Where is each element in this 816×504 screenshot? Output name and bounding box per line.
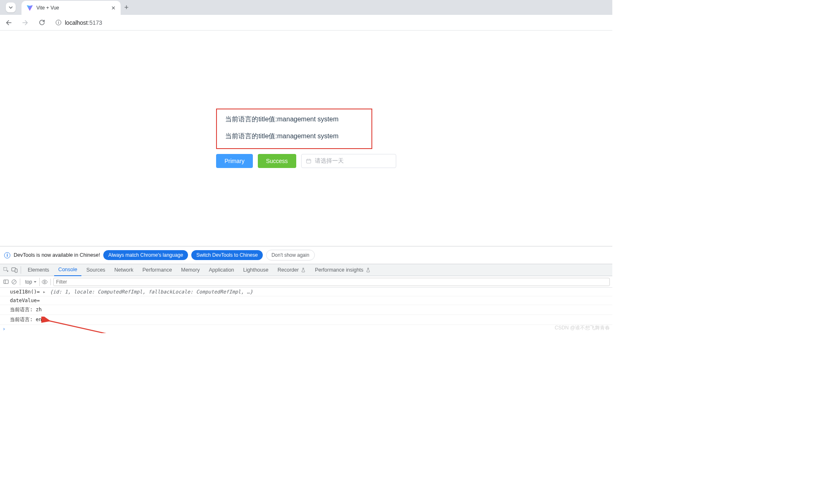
tab-memory[interactable]: Memory (177, 264, 204, 276)
app-root: 当前语言的title值:management system 当前语言的title… (216, 109, 396, 168)
svg-rect-1 (58, 22, 59, 24)
address-bar: localhost:5173 (0, 15, 612, 31)
console-sidebar-toggle[interactable] (2, 279, 9, 285)
console-toolbar: top (0, 276, 612, 288)
device-toggle-button[interactable] (11, 266, 18, 274)
svg-rect-2 (58, 21, 59, 21)
log-row[interactable]: 当前语言: en (0, 315, 612, 325)
log-row[interactable]: useI18n()= ▸ {id: 1, locale: ComputedRef… (0, 288, 612, 296)
tab-sources[interactable]: Sources (82, 264, 109, 276)
site-info-icon[interactable] (55, 19, 62, 26)
console-output: useI18n()= ▸ {id: 1, locale: ComputedRef… (0, 288, 612, 333)
tab-network[interactable]: Network (110, 264, 138, 276)
title-line-2: 当前语言的title值:management system (225, 132, 363, 141)
browser-tab[interactable]: Vite + Vue ✕ (21, 1, 121, 15)
switch-chinese-button[interactable]: Switch DevTools to Chinese (191, 250, 263, 260)
browser-tab-strip: Vite + Vue ✕ + (0, 0, 612, 15)
console-prompt[interactable]: › (0, 325, 612, 333)
svg-rect-4 (4, 267, 7, 270)
eye-icon (41, 279, 48, 285)
tab-lighthouse[interactable]: Lighthouse (239, 264, 273, 276)
page-viewport: 当前语言的title值:management system 当前语言的title… (0, 31, 612, 246)
calendar-icon (306, 158, 312, 164)
svg-rect-3 (306, 159, 311, 163)
control-row: Primary Success 请选择一天 (216, 154, 396, 168)
vite-icon (26, 5, 33, 11)
close-icon[interactable]: ✕ (111, 5, 116, 11)
new-tab-button[interactable]: + (121, 2, 132, 13)
ban-icon (11, 279, 17, 285)
success-button[interactable]: Success (258, 154, 296, 168)
console-context[interactable]: top (23, 278, 40, 286)
tab-console[interactable]: Console (54, 264, 81, 276)
inspect-element-button[interactable] (2, 266, 10, 274)
live-expression-button[interactable] (41, 279, 48, 285)
devices-icon (11, 267, 18, 273)
flask-icon (301, 267, 306, 272)
watermark-text: CSDN @谁不想飞舞青春 (554, 324, 610, 331)
devtools-tabstrip: Elements Console Sources Network Perform… (0, 264, 612, 276)
tab-performance[interactable]: Performance (138, 264, 176, 276)
forward-button[interactable] (18, 16, 32, 30)
url-input[interactable]: localhost:5173 (51, 17, 611, 29)
match-language-button[interactable]: Always match Chrome's language (103, 250, 188, 260)
devtools-notice: i DevTools is now available in Chinese! … (0, 246, 612, 264)
svg-rect-7 (3, 280, 8, 284)
notice-text: DevTools is now available in Chinese! (14, 252, 100, 258)
flask-icon (366, 267, 371, 272)
arrow-left-icon (5, 19, 12, 26)
back-button[interactable] (2, 16, 16, 30)
clear-console-button[interactable] (11, 279, 17, 285)
date-picker[interactable]: 请选择一天 (301, 154, 396, 168)
dont-show-again-button[interactable]: Don't show again (266, 250, 315, 260)
info-icon: i (4, 252, 10, 258)
window-dropdown[interactable] (6, 2, 16, 12)
sidebar-icon (3, 279, 9, 285)
reload-icon (38, 19, 45, 26)
date-placeholder: 请选择一天 (315, 157, 344, 165)
tab-elements[interactable]: Elements (24, 264, 53, 276)
tab-application[interactable]: Application (205, 264, 238, 276)
title-line-1: 当前语言的title值:management system (225, 115, 363, 124)
svg-point-9 (44, 281, 45, 283)
console-filter-input[interactable] (53, 278, 610, 286)
log-row[interactable]: dateValue= (0, 296, 612, 305)
primary-button[interactable]: Primary (216, 154, 252, 168)
log-row[interactable]: 当前语言: zh (0, 305, 612, 315)
svg-rect-6 (15, 269, 17, 272)
inspect-icon (3, 267, 10, 273)
tab-recorder[interactable]: Recorder (274, 264, 310, 276)
tab-performance-insights[interactable]: Performance insights (311, 264, 374, 276)
highlight-box: 当前语言的title值:management system 当前语言的title… (216, 109, 372, 149)
chevron-down-icon (9, 5, 13, 9)
chevron-right-icon: › (2, 326, 5, 332)
url-text: localhost:5173 (65, 19, 102, 26)
arrow-right-icon (21, 19, 29, 26)
expand-triangle-icon[interactable]: ▸ (43, 289, 47, 295)
reload-button[interactable] (35, 16, 49, 30)
tab-title: Vite + Vue (36, 5, 108, 11)
triangle-down-icon (33, 280, 37, 284)
